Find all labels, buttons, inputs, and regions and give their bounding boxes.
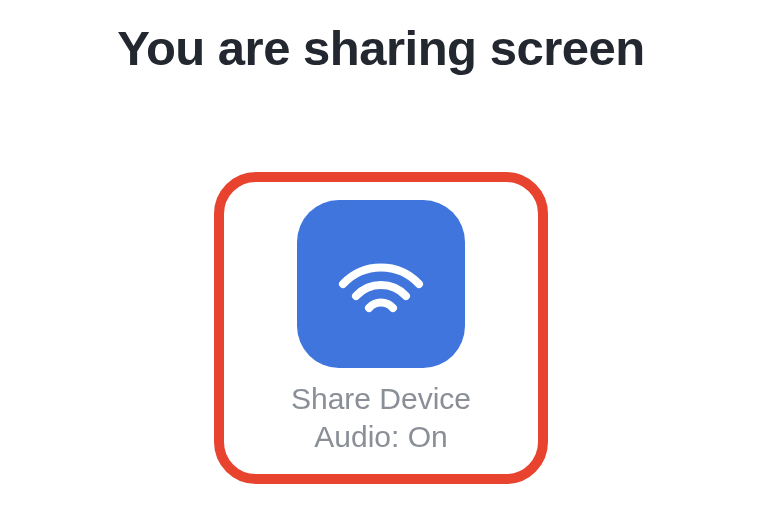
- share-device-audio-highlight: Share Device Audio: On: [214, 172, 548, 484]
- share-device-audio-button[interactable]: [297, 200, 465, 368]
- share-device-audio-label: Share Device Audio: On: [291, 380, 471, 455]
- label-line-1: Share Device: [291, 380, 471, 418]
- page-title: You are sharing screen: [117, 20, 644, 76]
- label-line-2: Audio: On: [291, 418, 471, 456]
- wifi-arcs-icon: [331, 234, 431, 334]
